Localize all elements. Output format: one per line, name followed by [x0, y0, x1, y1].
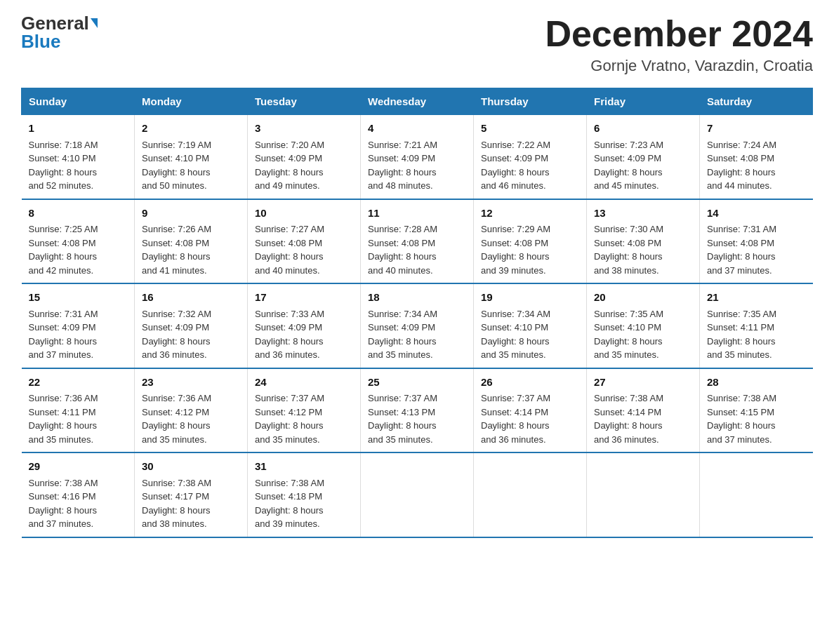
calendar-week-row: 15Sunrise: 7:31 AMSunset: 4:09 PMDayligh… — [22, 283, 813, 368]
day-number: 17 — [255, 290, 353, 306]
calendar-cell: 10Sunrise: 7:27 AMSunset: 4:08 PMDayligh… — [248, 199, 361, 284]
day-number: 1 — [29, 121, 128, 137]
logo-general-text: General — [21, 14, 89, 32]
calendar-cell: 12Sunrise: 7:29 AMSunset: 4:08 PMDayligh… — [474, 199, 587, 284]
calendar-table: SundayMondayTuesdayWednesdayThursdayFrid… — [21, 88, 813, 538]
day-info: Sunrise: 7:22 AMSunset: 4:09 PMDaylight:… — [481, 138, 579, 193]
day-info: Sunrise: 7:28 AMSunset: 4:08 PMDaylight:… — [368, 222, 466, 277]
calendar-header-row: SundayMondayTuesdayWednesdayThursdayFrid… — [22, 88, 813, 115]
calendar-cell: 4Sunrise: 7:21 AMSunset: 4:09 PMDaylight… — [361, 115, 474, 199]
calendar-cell: 24Sunrise: 7:37 AMSunset: 4:12 PMDayligh… — [248, 368, 361, 453]
day-number: 15 — [29, 290, 128, 306]
calendar-cell: 14Sunrise: 7:31 AMSunset: 4:08 PMDayligh… — [700, 199, 813, 284]
day-info: Sunrise: 7:26 AMSunset: 4:08 PMDaylight:… — [142, 222, 240, 277]
day-info: Sunrise: 7:19 AMSunset: 4:10 PMDaylight:… — [142, 138, 240, 193]
header-friday: Friday — [587, 88, 700, 115]
day-number: 6 — [594, 121, 692, 137]
header-wednesday: Wednesday — [361, 88, 474, 115]
day-number: 13 — [594, 206, 692, 222]
logo-triangle-icon — [91, 18, 98, 28]
calendar-cell — [700, 452, 813, 537]
day-info: Sunrise: 7:35 AMSunset: 4:10 PMDaylight:… — [594, 307, 692, 362]
calendar-cell: 16Sunrise: 7:32 AMSunset: 4:09 PMDayligh… — [135, 283, 248, 368]
day-number: 20 — [594, 290, 692, 306]
logo: General Blue — [21, 14, 98, 51]
calendar-cell: 25Sunrise: 7:37 AMSunset: 4:13 PMDayligh… — [361, 368, 474, 453]
calendar-cell: 2Sunrise: 7:19 AMSunset: 4:10 PMDaylight… — [135, 115, 248, 199]
day-number: 24 — [255, 375, 353, 391]
calendar-cell: 8Sunrise: 7:25 AMSunset: 4:08 PMDaylight… — [22, 199, 135, 284]
title-block: December 2024 Gornje Vratno, Varazdin, C… — [545, 14, 813, 75]
day-number: 28 — [707, 375, 806, 391]
calendar-week-row: 29Sunrise: 7:38 AMSunset: 4:16 PMDayligh… — [22, 452, 813, 537]
day-info: Sunrise: 7:31 AMSunset: 4:09 PMDaylight:… — [29, 307, 128, 362]
day-info: Sunrise: 7:32 AMSunset: 4:09 PMDaylight:… — [142, 307, 240, 362]
calendar-cell: 7Sunrise: 7:24 AMSunset: 4:08 PMDaylight… — [700, 115, 813, 199]
day-info: Sunrise: 7:38 AMSunset: 4:16 PMDaylight:… — [29, 476, 128, 531]
day-info: Sunrise: 7:35 AMSunset: 4:11 PMDaylight:… — [707, 307, 806, 362]
calendar-cell: 21Sunrise: 7:35 AMSunset: 4:11 PMDayligh… — [700, 283, 813, 368]
day-info: Sunrise: 7:25 AMSunset: 4:08 PMDaylight:… — [29, 222, 128, 277]
calendar-cell: 22Sunrise: 7:36 AMSunset: 4:11 PMDayligh… — [22, 368, 135, 453]
day-info: Sunrise: 7:37 AMSunset: 4:14 PMDaylight:… — [481, 391, 579, 446]
header-sunday: Sunday — [22, 88, 135, 115]
day-number: 18 — [368, 290, 466, 306]
calendar-cell: 29Sunrise: 7:38 AMSunset: 4:16 PMDayligh… — [22, 452, 135, 537]
day-number: 2 — [142, 121, 240, 137]
day-number: 14 — [707, 206, 806, 222]
calendar-cell: 31Sunrise: 7:38 AMSunset: 4:18 PMDayligh… — [248, 452, 361, 537]
page-header: General Blue December 2024 Gornje Vratno… — [21, 14, 813, 75]
day-info: Sunrise: 7:29 AMSunset: 4:08 PMDaylight:… — [481, 222, 579, 277]
day-number: 27 — [594, 375, 692, 391]
day-number: 12 — [481, 206, 579, 222]
calendar-cell: 13Sunrise: 7:30 AMSunset: 4:08 PMDayligh… — [587, 199, 700, 284]
day-info: Sunrise: 7:38 AMSunset: 4:18 PMDaylight:… — [255, 476, 353, 531]
calendar-cell: 17Sunrise: 7:33 AMSunset: 4:09 PMDayligh… — [248, 283, 361, 368]
day-number: 25 — [368, 375, 466, 391]
day-number: 16 — [142, 290, 240, 306]
calendar-week-row: 1Sunrise: 7:18 AMSunset: 4:10 PMDaylight… — [22, 115, 813, 199]
header-tuesday: Tuesday — [248, 88, 361, 115]
calendar-cell: 15Sunrise: 7:31 AMSunset: 4:09 PMDayligh… — [22, 283, 135, 368]
day-number: 26 — [481, 375, 579, 391]
calendar-cell: 5Sunrise: 7:22 AMSunset: 4:09 PMDaylight… — [474, 115, 587, 199]
calendar-cell: 1Sunrise: 7:18 AMSunset: 4:10 PMDaylight… — [22, 115, 135, 199]
day-number: 21 — [707, 290, 806, 306]
day-info: Sunrise: 7:24 AMSunset: 4:08 PMDaylight:… — [707, 138, 806, 193]
day-info: Sunrise: 7:34 AMSunset: 4:09 PMDaylight:… — [368, 307, 466, 362]
calendar-week-row: 22Sunrise: 7:36 AMSunset: 4:11 PMDayligh… — [22, 368, 813, 453]
day-info: Sunrise: 7:38 AMSunset: 4:15 PMDaylight:… — [707, 391, 806, 446]
day-number: 3 — [255, 121, 353, 137]
day-number: 7 — [707, 121, 806, 137]
day-info: Sunrise: 7:36 AMSunset: 4:12 PMDaylight:… — [142, 391, 240, 446]
calendar-cell: 19Sunrise: 7:34 AMSunset: 4:10 PMDayligh… — [474, 283, 587, 368]
calendar-cell: 11Sunrise: 7:28 AMSunset: 4:08 PMDayligh… — [361, 199, 474, 284]
day-number: 22 — [29, 375, 128, 391]
calendar-cell: 27Sunrise: 7:38 AMSunset: 4:14 PMDayligh… — [587, 368, 700, 453]
calendar-cell: 20Sunrise: 7:35 AMSunset: 4:10 PMDayligh… — [587, 283, 700, 368]
day-number: 11 — [368, 206, 466, 222]
day-info: Sunrise: 7:23 AMSunset: 4:09 PMDaylight:… — [594, 138, 692, 193]
day-info: Sunrise: 7:37 AMSunset: 4:12 PMDaylight:… — [255, 391, 353, 446]
day-number: 4 — [368, 121, 466, 137]
page-title: December 2024 — [545, 14, 813, 54]
calendar-cell: 30Sunrise: 7:38 AMSunset: 4:17 PMDayligh… — [135, 452, 248, 537]
calendar-cell: 9Sunrise: 7:26 AMSunset: 4:08 PMDaylight… — [135, 199, 248, 284]
calendar-cell: 23Sunrise: 7:36 AMSunset: 4:12 PMDayligh… — [135, 368, 248, 453]
day-number: 19 — [481, 290, 579, 306]
day-info: Sunrise: 7:21 AMSunset: 4:09 PMDaylight:… — [368, 138, 466, 193]
logo-blue-text: Blue — [21, 32, 60, 51]
day-info: Sunrise: 7:20 AMSunset: 4:09 PMDaylight:… — [255, 138, 353, 193]
day-number: 30 — [142, 459, 240, 475]
header-thursday: Thursday — [474, 88, 587, 115]
day-info: Sunrise: 7:38 AMSunset: 4:14 PMDaylight:… — [594, 391, 692, 446]
day-number: 8 — [29, 206, 128, 222]
day-number: 23 — [142, 375, 240, 391]
day-info: Sunrise: 7:30 AMSunset: 4:08 PMDaylight:… — [594, 222, 692, 277]
header-monday: Monday — [135, 88, 248, 115]
day-info: Sunrise: 7:33 AMSunset: 4:09 PMDaylight:… — [255, 307, 353, 362]
day-number: 31 — [255, 459, 353, 475]
calendar-cell: 6Sunrise: 7:23 AMSunset: 4:09 PMDaylight… — [587, 115, 700, 199]
day-number: 10 — [255, 206, 353, 222]
calendar-cell: 26Sunrise: 7:37 AMSunset: 4:14 PMDayligh… — [474, 368, 587, 453]
